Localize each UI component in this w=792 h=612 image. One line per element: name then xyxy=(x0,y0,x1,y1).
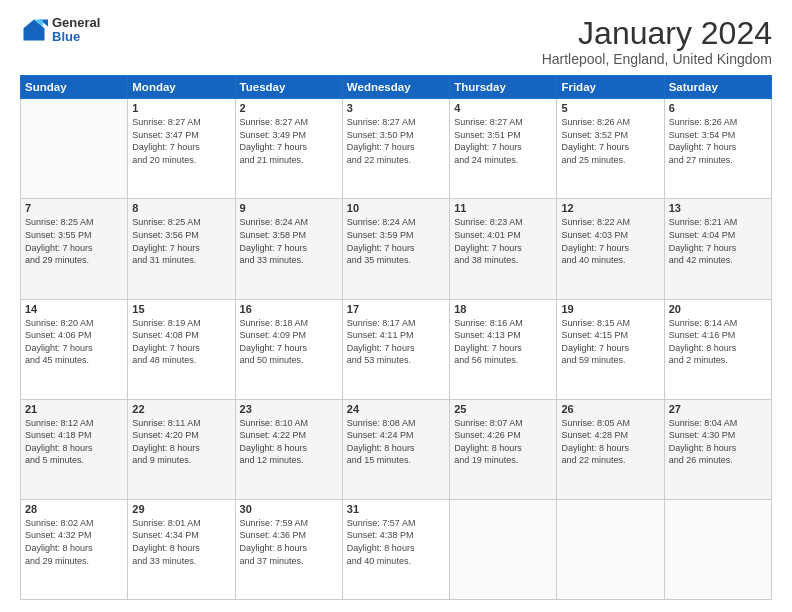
table-row: 22Sunrise: 8:11 AMSunset: 4:20 PMDayligh… xyxy=(128,399,235,499)
day-number: 22 xyxy=(132,403,230,415)
logo-text: General Blue xyxy=(52,16,100,45)
table-row: 14Sunrise: 8:20 AMSunset: 4:06 PMDayligh… xyxy=(21,299,128,399)
header: General Blue January 2024 Hartlepool, En… xyxy=(20,16,772,67)
logo-blue: Blue xyxy=(52,30,100,44)
day-info: Sunrise: 7:59 AMSunset: 4:36 PMDaylight:… xyxy=(240,517,338,567)
table-row: 28Sunrise: 8:02 AMSunset: 4:32 PMDayligh… xyxy=(21,499,128,599)
day-info: Sunrise: 8:27 AMSunset: 3:47 PMDaylight:… xyxy=(132,116,230,166)
day-info: Sunrise: 8:26 AMSunset: 3:54 PMDaylight:… xyxy=(669,116,767,166)
table-row: 20Sunrise: 8:14 AMSunset: 4:16 PMDayligh… xyxy=(664,299,771,399)
day-number: 13 xyxy=(669,202,767,214)
table-row: 16Sunrise: 8:18 AMSunset: 4:09 PMDayligh… xyxy=(235,299,342,399)
day-number: 1 xyxy=(132,102,230,114)
table-row: 21Sunrise: 8:12 AMSunset: 4:18 PMDayligh… xyxy=(21,399,128,499)
day-info: Sunrise: 8:27 AMSunset: 3:50 PMDaylight:… xyxy=(347,116,445,166)
day-info: Sunrise: 8:11 AMSunset: 4:20 PMDaylight:… xyxy=(132,417,230,467)
calendar: Sunday Monday Tuesday Wednesday Thursday… xyxy=(20,75,772,600)
title-section: January 2024 Hartlepool, England, United… xyxy=(542,16,772,67)
day-info: Sunrise: 8:27 AMSunset: 3:51 PMDaylight:… xyxy=(454,116,552,166)
location: Hartlepool, England, United Kingdom xyxy=(542,51,772,67)
day-info: Sunrise: 8:04 AMSunset: 4:30 PMDaylight:… xyxy=(669,417,767,467)
day-info: Sunrise: 8:23 AMSunset: 4:01 PMDaylight:… xyxy=(454,216,552,266)
table-row: 10Sunrise: 8:24 AMSunset: 3:59 PMDayligh… xyxy=(342,199,449,299)
table-row: 30Sunrise: 7:59 AMSunset: 4:36 PMDayligh… xyxy=(235,499,342,599)
day-number: 2 xyxy=(240,102,338,114)
day-info: Sunrise: 8:05 AMSunset: 4:28 PMDaylight:… xyxy=(561,417,659,467)
table-row xyxy=(21,99,128,199)
header-row: Sunday Monday Tuesday Wednesday Thursday… xyxy=(21,76,772,99)
table-row: 9Sunrise: 8:24 AMSunset: 3:58 PMDaylight… xyxy=(235,199,342,299)
day-info: Sunrise: 8:10 AMSunset: 4:22 PMDaylight:… xyxy=(240,417,338,467)
day-info: Sunrise: 8:20 AMSunset: 4:06 PMDaylight:… xyxy=(25,317,123,367)
table-row: 1Sunrise: 8:27 AMSunset: 3:47 PMDaylight… xyxy=(128,99,235,199)
day-number: 11 xyxy=(454,202,552,214)
day-info: Sunrise: 8:15 AMSunset: 4:15 PMDaylight:… xyxy=(561,317,659,367)
logo-general: General xyxy=(52,16,100,30)
calendar-week-row: 14Sunrise: 8:20 AMSunset: 4:06 PMDayligh… xyxy=(21,299,772,399)
table-row: 3Sunrise: 8:27 AMSunset: 3:50 PMDaylight… xyxy=(342,99,449,199)
day-info: Sunrise: 8:24 AMSunset: 3:58 PMDaylight:… xyxy=(240,216,338,266)
table-row: 27Sunrise: 8:04 AMSunset: 4:30 PMDayligh… xyxy=(664,399,771,499)
calendar-week-row: 7Sunrise: 8:25 AMSunset: 3:55 PMDaylight… xyxy=(21,199,772,299)
day-number: 27 xyxy=(669,403,767,415)
day-number: 8 xyxy=(132,202,230,214)
logo: General Blue xyxy=(20,16,100,45)
day-number: 18 xyxy=(454,303,552,315)
col-saturday: Saturday xyxy=(664,76,771,99)
day-number: 30 xyxy=(240,503,338,515)
table-row: 8Sunrise: 8:25 AMSunset: 3:56 PMDaylight… xyxy=(128,199,235,299)
day-number: 9 xyxy=(240,202,338,214)
table-row xyxy=(664,499,771,599)
col-friday: Friday xyxy=(557,76,664,99)
table-row: 4Sunrise: 8:27 AMSunset: 3:51 PMDaylight… xyxy=(450,99,557,199)
day-info: Sunrise: 8:14 AMSunset: 4:16 PMDaylight:… xyxy=(669,317,767,367)
day-number: 21 xyxy=(25,403,123,415)
day-info: Sunrise: 8:25 AMSunset: 3:56 PMDaylight:… xyxy=(132,216,230,266)
table-row: 2Sunrise: 8:27 AMSunset: 3:49 PMDaylight… xyxy=(235,99,342,199)
day-number: 15 xyxy=(132,303,230,315)
table-row xyxy=(450,499,557,599)
table-row xyxy=(557,499,664,599)
day-info: Sunrise: 8:21 AMSunset: 4:04 PMDaylight:… xyxy=(669,216,767,266)
day-info: Sunrise: 8:18 AMSunset: 4:09 PMDaylight:… xyxy=(240,317,338,367)
day-number: 20 xyxy=(669,303,767,315)
calendar-week-row: 21Sunrise: 8:12 AMSunset: 4:18 PMDayligh… xyxy=(21,399,772,499)
day-number: 28 xyxy=(25,503,123,515)
day-number: 24 xyxy=(347,403,445,415)
table-row: 18Sunrise: 8:16 AMSunset: 4:13 PMDayligh… xyxy=(450,299,557,399)
logo-icon xyxy=(20,16,48,44)
day-info: Sunrise: 8:08 AMSunset: 4:24 PMDaylight:… xyxy=(347,417,445,467)
day-number: 16 xyxy=(240,303,338,315)
calendar-week-row: 28Sunrise: 8:02 AMSunset: 4:32 PMDayligh… xyxy=(21,499,772,599)
col-tuesday: Tuesday xyxy=(235,76,342,99)
table-row: 24Sunrise: 8:08 AMSunset: 4:24 PMDayligh… xyxy=(342,399,449,499)
day-info: Sunrise: 8:01 AMSunset: 4:34 PMDaylight:… xyxy=(132,517,230,567)
page: General Blue January 2024 Hartlepool, En… xyxy=(0,0,792,612)
day-info: Sunrise: 8:27 AMSunset: 3:49 PMDaylight:… xyxy=(240,116,338,166)
day-number: 26 xyxy=(561,403,659,415)
table-row: 11Sunrise: 8:23 AMSunset: 4:01 PMDayligh… xyxy=(450,199,557,299)
calendar-week-row: 1Sunrise: 8:27 AMSunset: 3:47 PMDaylight… xyxy=(21,99,772,199)
table-row: 17Sunrise: 8:17 AMSunset: 4:11 PMDayligh… xyxy=(342,299,449,399)
table-row: 29Sunrise: 8:01 AMSunset: 4:34 PMDayligh… xyxy=(128,499,235,599)
table-row: 12Sunrise: 8:22 AMSunset: 4:03 PMDayligh… xyxy=(557,199,664,299)
col-wednesday: Wednesday xyxy=(342,76,449,99)
day-number: 17 xyxy=(347,303,445,315)
col-sunday: Sunday xyxy=(21,76,128,99)
day-number: 3 xyxy=(347,102,445,114)
table-row: 23Sunrise: 8:10 AMSunset: 4:22 PMDayligh… xyxy=(235,399,342,499)
month-title: January 2024 xyxy=(542,16,772,51)
day-number: 12 xyxy=(561,202,659,214)
table-row: 7Sunrise: 8:25 AMSunset: 3:55 PMDaylight… xyxy=(21,199,128,299)
day-info: Sunrise: 8:12 AMSunset: 4:18 PMDaylight:… xyxy=(25,417,123,467)
day-number: 5 xyxy=(561,102,659,114)
day-info: Sunrise: 8:24 AMSunset: 3:59 PMDaylight:… xyxy=(347,216,445,266)
day-number: 31 xyxy=(347,503,445,515)
table-row: 6Sunrise: 8:26 AMSunset: 3:54 PMDaylight… xyxy=(664,99,771,199)
day-info: Sunrise: 8:16 AMSunset: 4:13 PMDaylight:… xyxy=(454,317,552,367)
day-info: Sunrise: 7:57 AMSunset: 4:38 PMDaylight:… xyxy=(347,517,445,567)
day-number: 23 xyxy=(240,403,338,415)
day-number: 6 xyxy=(669,102,767,114)
table-row: 15Sunrise: 8:19 AMSunset: 4:08 PMDayligh… xyxy=(128,299,235,399)
table-row: 26Sunrise: 8:05 AMSunset: 4:28 PMDayligh… xyxy=(557,399,664,499)
